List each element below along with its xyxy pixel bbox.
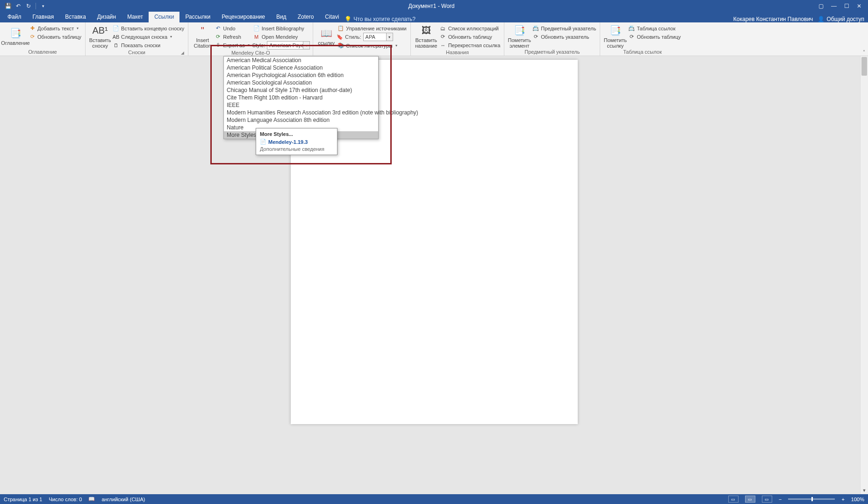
next-footnote-button[interactable]: ABСледующая сноска bbox=[112, 33, 185, 41]
zoom-slider[interactable] bbox=[788, 498, 835, 500]
tab-layout[interactable]: Макет bbox=[122, 12, 149, 22]
add-text-icon: ✚ bbox=[29, 25, 36, 32]
document-title: Документ1 - Word bbox=[51, 3, 812, 9]
tell-me-label: Что вы хотите сделать? bbox=[353, 16, 416, 22]
manage-sources-button[interactable]: 📋Управление источниками bbox=[337, 24, 407, 32]
mark-citation-button[interactable]: 📑 Пометить ссылку bbox=[603, 23, 627, 49]
mendeley-undo-button[interactable]: ↶Undo bbox=[214, 24, 250, 32]
manage-sources-icon: 📋 bbox=[337, 25, 344, 32]
minimize-icon[interactable]: — bbox=[831, 3, 837, 9]
style-option[interactable]: IEEE bbox=[224, 101, 378, 109]
scroll-down-icon[interactable]: ▼ bbox=[861, 486, 868, 494]
footnotes-launcher[interactable]: ◢ bbox=[181, 50, 184, 57]
status-language[interactable]: английский (США) bbox=[101, 497, 145, 502]
view-web-layout[interactable]: ▭ bbox=[762, 496, 772, 503]
show-notes-button[interactable]: 🗒Показать сноски bbox=[112, 41, 185, 49]
ribbon: 📑 Оглавление ✚Добавить текст ⟳Обновить т… bbox=[0, 22, 868, 56]
mark-entry-button[interactable]: 📑 Пометить элемент bbox=[507, 23, 531, 49]
citation-icon: 📖 bbox=[320, 27, 333, 40]
update-authorities-icon: ⟳ bbox=[628, 34, 635, 40]
save-icon[interactable]: 💾 bbox=[5, 3, 11, 9]
mendeley-style-combo[interactable]: American Psych... ▾ bbox=[267, 41, 310, 50]
update-authorities-button[interactable]: ⟳Обновить таблицу bbox=[627, 33, 681, 41]
zoom-knob[interactable] bbox=[811, 497, 813, 501]
group-label-authorities: Таблица ссылок bbox=[623, 49, 662, 55]
style-option[interactable]: American Medical Association bbox=[224, 57, 378, 64]
status-page[interactable]: Страница 1 из 1 bbox=[4, 497, 42, 502]
mendeley-refresh-button[interactable]: ⟳Refresh bbox=[214, 33, 250, 41]
insert-bibliography-button[interactable]: 📄Insert Bibliography bbox=[252, 24, 310, 32]
chevron-down-icon-2[interactable]: ▾ bbox=[386, 33, 393, 41]
style-option[interactable]: American Political Science Association bbox=[224, 64, 378, 71]
insert-citation-builtin-button[interactable]: 📖 ссылку bbox=[316, 23, 337, 49]
toc-button[interactable]: 📑 Оглавление bbox=[3, 23, 28, 49]
caption-icon: 🖼 bbox=[420, 24, 433, 37]
view-print-layout[interactable]: ▭ bbox=[745, 496, 755, 503]
tab-design[interactable]: Дизайн bbox=[92, 12, 122, 22]
tab-insert[interactable]: Вставка bbox=[59, 12, 92, 22]
redo-icon[interactable]: ↻ bbox=[25, 3, 32, 9]
tell-me[interactable]: 💡 Что вы хотите сделать? bbox=[344, 16, 416, 22]
vertical-scrollbar[interactable]: ▲ ▼ bbox=[860, 56, 868, 494]
insert-citation-label: Insert Citation bbox=[191, 37, 214, 49]
undo-icon[interactable]: ↶ bbox=[15, 3, 22, 9]
style-combo[interactable]: APA ▾ bbox=[363, 33, 393, 41]
view-read-mode[interactable]: ▭ bbox=[728, 496, 739, 503]
zoom-out-button[interactable]: − bbox=[779, 497, 782, 502]
style-option[interactable]: Modern Humanities Research Association 3… bbox=[224, 109, 378, 116]
style-option[interactable]: American Sociological Association bbox=[224, 79, 378, 86]
tab-file[interactable]: Файл bbox=[2, 12, 27, 22]
tab-home[interactable]: Главная bbox=[27, 12, 60, 22]
insert-index-button[interactable]: 📇Предметный указатель bbox=[531, 24, 597, 32]
user-name[interactable]: Кокарев Константин Павлович bbox=[733, 16, 813, 22]
style-option[interactable]: Chicago Manual of Style 17th edition (au… bbox=[224, 86, 378, 94]
chevron-down-icon[interactable]: ▾ bbox=[303, 42, 309, 49]
tab-citavi[interactable]: Citavi bbox=[319, 12, 344, 22]
tab-review[interactable]: Рецензирование bbox=[216, 12, 271, 22]
style-option[interactable]: American Psychological Association 6th e… bbox=[224, 71, 378, 79]
customize-qat-icon[interactable]: ▾ bbox=[40, 3, 46, 9]
update-toc-button[interactable]: ⟳Обновить таблицу bbox=[28, 33, 82, 41]
list-figures-button[interactable]: 🗂Список иллюстраций bbox=[439, 24, 502, 32]
zoom-level[interactable]: 100% bbox=[851, 497, 864, 502]
open-mendeley-button[interactable]: MOpen Mendeley bbox=[252, 33, 310, 41]
add-text-button[interactable]: ✚Добавить текст bbox=[28, 24, 82, 32]
cross-reference-button[interactable]: ↔Перекрестная ссылка bbox=[439, 41, 502, 49]
mendeley-citation-icon: " bbox=[196, 24, 209, 37]
insert-authorities-button[interactable]: 📇Таблица ссылок bbox=[627, 24, 681, 32]
insert-footnote-label: Вставить сноску bbox=[88, 37, 112, 49]
tab-references[interactable]: Ссылки bbox=[149, 12, 179, 22]
update-index-button[interactable]: ⟳Обновить указатель bbox=[531, 33, 597, 41]
style-option[interactable]: Modern Language Association 8th edition bbox=[224, 116, 378, 124]
insert-footnote-button[interactable]: AB¹ Вставить сноску bbox=[88, 23, 112, 49]
tooltip-header: More Styles... bbox=[260, 131, 333, 137]
zoom-in-button[interactable]: + bbox=[841, 497, 844, 502]
update-figures-button[interactable]: ⟳Обновить таблицу bbox=[439, 33, 502, 41]
bibliography-button[interactable]: 📚Список литературы bbox=[337, 42, 407, 50]
insert-citation-button[interactable]: " Insert Citation bbox=[191, 23, 214, 49]
mendeley-export-button[interactable]: ⇪Export as bbox=[214, 41, 250, 49]
share-label: Общий доступ bbox=[826, 16, 864, 22]
tab-view[interactable]: Вид bbox=[271, 12, 292, 22]
close-icon[interactable]: ✕ bbox=[857, 3, 861, 9]
insert-caption-label: Вставить название bbox=[414, 37, 439, 49]
maximize-icon[interactable]: ☐ bbox=[844, 3, 849, 9]
tab-mailings[interactable]: Рассылки bbox=[179, 12, 216, 22]
insert-endnote-button[interactable]: 📄Вставить концевую сноску bbox=[112, 24, 185, 32]
status-words[interactable]: Число слов: 0 bbox=[49, 497, 82, 502]
ribbon-display-options-icon[interactable]: ▢ bbox=[818, 3, 824, 9]
style-option[interactable]: Cite Them Right 10th edition - Harvard bbox=[224, 94, 378, 101]
mendeley-style-dropdown[interactable]: American Medical Association American Po… bbox=[223, 56, 379, 139]
export-icon: ⇪ bbox=[215, 42, 221, 49]
proofing-icon[interactable]: 📖 bbox=[88, 496, 95, 502]
undo-icon-2: ↶ bbox=[215, 25, 221, 32]
group-citations: 📖 ссылку 📋Управление источниками 🔖 Стиль… bbox=[313, 22, 410, 56]
scroll-thumb[interactable] bbox=[861, 57, 867, 76]
share-button[interactable]: 👤 Общий доступ bbox=[818, 16, 864, 22]
tab-zotero[interactable]: Zotero bbox=[292, 12, 320, 22]
collapse-ribbon-button[interactable]: ˄ bbox=[863, 50, 865, 55]
group-label-index: Предметный указатель bbox=[524, 49, 580, 55]
group-index: 📑 Пометить элемент 📇Предметный указатель… bbox=[504, 22, 600, 56]
group-captions: 🖼 Вставить название 🗂Список иллюстраций … bbox=[411, 22, 505, 56]
insert-caption-button[interactable]: 🖼 Вставить название bbox=[414, 23, 439, 49]
